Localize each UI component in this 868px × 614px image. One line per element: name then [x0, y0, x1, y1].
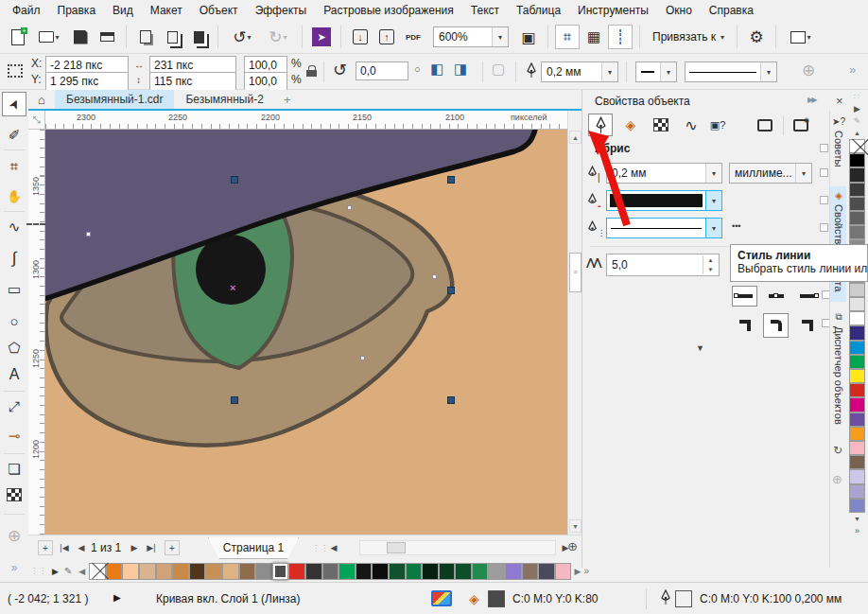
angle-field[interactable]: 0,0 [356, 61, 408, 80]
color-swatch[interactable] [849, 225, 865, 239]
ruler-origin-corner[interactable]: ⤡ [28, 111, 45, 130]
color-swatch[interactable] [205, 563, 222, 580]
docker-outline-width-arrow-icon[interactable]: ▾ [705, 164, 721, 183]
color-swatch[interactable] [849, 325, 865, 340]
outline-width-arrow-icon[interactable]: ▾ [601, 62, 617, 81]
dimension-tool[interactable]: ⤢ [2, 395, 26, 419]
last-page-icon[interactable]: ▶| [144, 540, 159, 555]
scroll-down-icon[interactable]: ▼ [569, 519, 582, 533]
window-layout-icon[interactable]: ▾ [783, 25, 819, 49]
new-document-icon[interactable]: + [6, 25, 30, 49]
curve-node[interactable] [432, 274, 437, 279]
units-arrow-icon[interactable]: ▾ [795, 164, 811, 183]
selection-handle[interactable] [447, 176, 455, 184]
snap-to-dropdown[interactable]: Привязать к▾ [647, 30, 730, 44]
fill-section-icon[interactable]: ◈ [618, 114, 643, 136]
section-expander-icon[interactable]: ▼ [696, 343, 704, 353]
corner-bevel-button[interactable] [794, 313, 820, 338]
drawing-canvas[interactable]: × [45, 130, 567, 535]
summary-section-icon[interactable]: ▣? [705, 114, 730, 136]
drop-shadow-tool[interactable]: ❏ [2, 457, 26, 482]
units-combo[interactable]: миллиме... ▾ [729, 163, 812, 184]
transparency-section-icon[interactable] [649, 114, 673, 136]
selection-handle[interactable] [447, 396, 455, 404]
pan-tool[interactable]: ✋ [2, 184, 26, 208]
color-swatch[interactable] [849, 197, 865, 211]
hscroll-left-icon[interactable]: ◀ [326, 540, 341, 555]
color-swatch[interactable] [849, 383, 865, 397]
color-swatch[interactable] [849, 311, 865, 325]
vertical-ruler[interactable]: 1350 1300 1250 1200 [28, 130, 45, 535]
paste-icon[interactable] [186, 25, 211, 49]
palette-scroll-right-icon[interactable]: ▶ [571, 567, 583, 576]
freehand-tool[interactable]: ∿ [2, 215, 26, 239]
next-page-icon[interactable]: ▶ [127, 540, 142, 555]
color-swatch[interactable] [156, 563, 173, 580]
color-swatch[interactable] [849, 484, 865, 499]
redo-icon[interactable]: ↻▾ [261, 25, 295, 49]
color-swatch[interactable] [189, 563, 206, 580]
selection-handle[interactable] [231, 396, 238, 404]
line-style-settings-icon[interactable]: ••• [732, 221, 740, 231]
miter-spinner-buttons[interactable]: ▲▼ [703, 255, 718, 274]
color-swatch[interactable] [89, 563, 106, 580]
color-swatch[interactable] [106, 563, 123, 580]
docker-outline-width-combo[interactable]: 0,2 мм ▾ [606, 163, 722, 184]
mirror-horizontal-icon[interactable]: ◧ [430, 61, 443, 78]
horizontal-ruler[interactable]: 2300 2250 2200 2150 2100 пикселей [45, 111, 567, 130]
color-swatch[interactable] [255, 563, 272, 580]
outline-color-arrow-icon[interactable]: ▾ [705, 191, 721, 210]
menu-text[interactable]: Текст [462, 2, 508, 19]
color-swatch[interactable] [488, 563, 505, 580]
color-swatch[interactable] [239, 563, 256, 580]
color-swatch[interactable] [522, 563, 539, 580]
color-swatch[interactable] [172, 563, 189, 580]
export-icon[interactable]: ↑ [374, 25, 399, 49]
zoom-level-combo[interactable]: 600% ▾ [433, 26, 509, 47]
wrap-frame-icon[interactable] [753, 114, 777, 136]
outline-width-combo[interactable]: 0,2 мм ▾ [541, 61, 618, 82]
horizontal-scrollbar[interactable] [359, 540, 556, 555]
page-tab[interactable]: Страница 1 [208, 537, 299, 559]
undo-icon[interactable]: ↺▾ [225, 25, 259, 49]
menu-window[interactable]: Окно [657, 2, 701, 19]
color-swatch[interactable] [389, 563, 406, 580]
zoom-combo-arrow-icon[interactable]: ▾ [492, 27, 508, 46]
color-swatch[interactable] [849, 455, 865, 469]
mirror-vertical-icon[interactable]: ◨ [454, 61, 467, 78]
publish-pdf-icon[interactable]: PDF [401, 25, 425, 49]
selection-handle[interactable] [231, 176, 238, 184]
menu-view[interactable]: Вид [104, 2, 142, 19]
color-swatch[interactable] [849, 397, 865, 412]
color-swatch[interactable] [538, 563, 555, 580]
menu-object[interactable]: Объект [191, 2, 247, 19]
line-cap-round-button[interactable] [763, 286, 789, 307]
rectangle-tool[interactable]: ▭ [2, 277, 26, 302]
horizontal-scroll-thumb[interactable] [387, 542, 406, 553]
effects-section-icon[interactable]: ∿ [679, 114, 703, 136]
outline-section-icon[interactable] [588, 114, 613, 136]
color-swatch[interactable] [849, 153, 865, 167]
color-swatch[interactable] [849, 283, 865, 297]
palette-grip[interactable]: ⋮⋮ [28, 567, 49, 575]
outline-color-dropdown[interactable]: ▾ [606, 190, 722, 211]
miter-limit-spinner[interactable]: 5,0 ▲▼ [606, 254, 720, 276]
height-field[interactable]: 115 пкс [149, 72, 236, 91]
zoom-magnifier-icon[interactable]: ⊕ [567, 539, 578, 553]
y-position-field[interactable]: 1 295 пкс [45, 72, 129, 91]
color-settings-monitor-icon[interactable] [431, 590, 452, 606]
color-swatch[interactable] [305, 563, 322, 580]
color-swatch[interactable] [505, 563, 522, 580]
line-style-arrow-icon[interactable]: ▾ [705, 219, 721, 237]
section-checkbox[interactable] [820, 144, 828, 152]
document-tab-1[interactable]: Безымянный-1.cdr [55, 90, 174, 109]
color-swatch[interactable] [288, 563, 305, 580]
shape-tool[interactable]: ✐ [2, 123, 26, 148]
import-icon[interactable]: ↓ [348, 25, 373, 49]
palette-eyedropper-icon[interactable]: ✎ [61, 566, 75, 576]
open-document-icon[interactable]: ▾ [32, 25, 66, 49]
menu-edit[interactable]: Правка [49, 2, 105, 19]
color-swatch[interactable] [849, 211, 865, 225]
toolbox-overflow-icon[interactable]: » [2, 555, 26, 580]
text-tool[interactable]: A [2, 362, 26, 387]
